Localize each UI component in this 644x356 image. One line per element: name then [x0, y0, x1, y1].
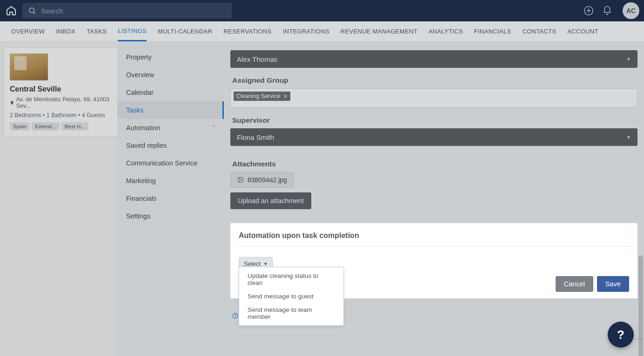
add-icon[interactable] — [582, 4, 596, 18]
global-search[interactable] — [22, 3, 232, 19]
automation-option[interactable]: Update cleaning status to clean — [239, 269, 343, 290]
sidenav-item-communication-service[interactable]: Communication Service — [118, 154, 224, 172]
listing-title: Central Seville — [10, 85, 112, 93]
top-bar: AC — [0, 0, 644, 21]
scrollbar-track[interactable] — [637, 42, 644, 356]
sidenav-label: Marketing — [126, 177, 156, 185]
sidenav-label: Automation — [126, 124, 160, 132]
fab-more-icon[interactable]: ⋮ — [634, 336, 643, 342]
sidenav-item-settings[interactable]: Settings — [118, 207, 224, 225]
sidenav-label: Communication Service — [126, 159, 197, 167]
supervisor-label: Supervisor — [232, 116, 637, 125]
listing-card: Central Seville Av. de Menéndez Pelayo, … — [4, 47, 118, 137]
tab-reservations[interactable]: RESERVATIONS — [223, 21, 271, 41]
main-panel: Alex Thomas▼ Assigned Group Cleaning Ser… — [224, 42, 644, 356]
sidenav-item-automation[interactable]: Automation˅ — [118, 119, 224, 137]
svg-point-0 — [29, 8, 34, 13]
listing-meta: 2 Bedrooms • 1 Bathroom • 4 Guests — [10, 112, 112, 119]
pin-icon — [10, 100, 14, 105]
help-icon — [232, 313, 238, 319]
sidenav-item-overview[interactable]: Overview — [118, 66, 224, 84]
tab-integrations[interactable]: INTEGRATIONS — [283, 21, 329, 41]
tab-overview[interactable]: OVERVIEW — [11, 21, 45, 41]
save-button[interactable]: Save — [597, 276, 629, 292]
listing-thumbnail — [10, 53, 48, 80]
tab-financials[interactable]: FINANCIALS — [474, 21, 511, 41]
listing-tags: SpainExtend...Best H... — [10, 122, 112, 131]
automation-title: Automation upon task completion — [239, 231, 629, 240]
tab-contacts[interactable]: CONTACTS — [522, 21, 556, 41]
supervisor-select[interactable]: Fiona Smith▼ — [230, 128, 637, 146]
tab-listings[interactable]: LISTINGS — [118, 21, 147, 41]
home-logo-icon[interactable] — [5, 4, 18, 17]
sidenav-item-property[interactable]: Property — [118, 48, 224, 66]
automation-section: Automation upon task completion Select ▼… — [230, 223, 637, 298]
sidenav-item-tasks[interactable]: Tasks — [118, 101, 224, 119]
close-icon[interactable]: ✕ — [283, 93, 288, 99]
sidenav-label: Settings — [126, 212, 150, 220]
chevron-down-icon: ▼ — [263, 262, 268, 266]
sidenav-label: Financials — [126, 195, 156, 202]
tab-account[interactable]: ACCOUNT — [567, 21, 598, 41]
chevron-down-icon: ▼ — [626, 57, 631, 62]
sidenav-item-marketing[interactable]: Marketing — [118, 172, 224, 190]
bell-icon[interactable] — [600, 4, 614, 18]
image-icon — [237, 177, 244, 183]
sidenav-label: Overview — [126, 71, 154, 79]
sidenav-label: Calendar — [126, 89, 154, 96]
search-input[interactable] — [41, 7, 226, 15]
avatar[interactable]: AC — [623, 2, 639, 19]
tab-tasks[interactable]: TASKS — [87, 21, 107, 41]
assignee-select[interactable]: Alex Thomas▼ — [230, 50, 637, 68]
sidenav-item-calendar[interactable]: Calendar — [118, 84, 224, 101]
listing-tag[interactable]: Extend... — [32, 122, 59, 131]
automation-dropdown: Update cleaning status to cleanSend mess… — [239, 267, 344, 326]
help-fab[interactable]: ? — [608, 322, 634, 348]
tab-revenue-management[interactable]: REVENUE MANAGEMENT — [341, 21, 417, 41]
listing-tag[interactable]: Best H... — [61, 122, 88, 131]
listing-address: Av. de Menéndez Pelayo, 69, 41003 Sev... — [10, 96, 112, 109]
automation-option[interactable]: Send message to guest — [239, 290, 343, 303]
group-chip[interactable]: Cleaning Service ✕ — [234, 92, 290, 101]
main-tabs: OVERVIEWINBOXTASKSLISTINGSMULTI-CALENDAR… — [0, 21, 644, 42]
tab-inbox[interactable]: INBOX — [56, 21, 75, 41]
attachment-file[interactable]: 838094a2.jpg — [230, 172, 294, 188]
sidenav-item-financials[interactable]: Financials — [118, 190, 224, 207]
assigned-group-input[interactable]: Cleaning Service ✕ — [230, 88, 637, 108]
automation-option[interactable]: Send message to team member — [239, 303, 343, 323]
listing-sidenav: PropertyOverviewCalendarTasksAutomation˅… — [118, 42, 224, 356]
cancel-button[interactable]: Cancel — [556, 276, 593, 292]
search-icon — [28, 7, 36, 15]
sidenav-item-saved-replies[interactable]: Saved replies — [118, 137, 224, 154]
chevron-down-icon: ▼ — [626, 135, 631, 140]
svg-point-5 — [235, 317, 235, 317]
listing-tag[interactable]: Spain — [10, 122, 30, 131]
chevron-down-icon: ˅ — [213, 125, 215, 131]
svg-point-3 — [239, 178, 240, 179]
assigned-group-label: Assigned Group — [232, 76, 637, 85]
upload-attachment-button[interactable]: Upload an attachment — [230, 192, 311, 209]
tab-analytics[interactable]: ANALYTICS — [429, 21, 463, 41]
sidenav-label: Tasks — [126, 106, 143, 114]
sidenav-label: Saved replies — [126, 142, 167, 149]
attachments-label: Attachments — [232, 160, 637, 168]
sidenav-label: Property — [126, 53, 152, 61]
tab-multi-calendar[interactable]: MULTI-CALENDAR — [158, 21, 212, 41]
